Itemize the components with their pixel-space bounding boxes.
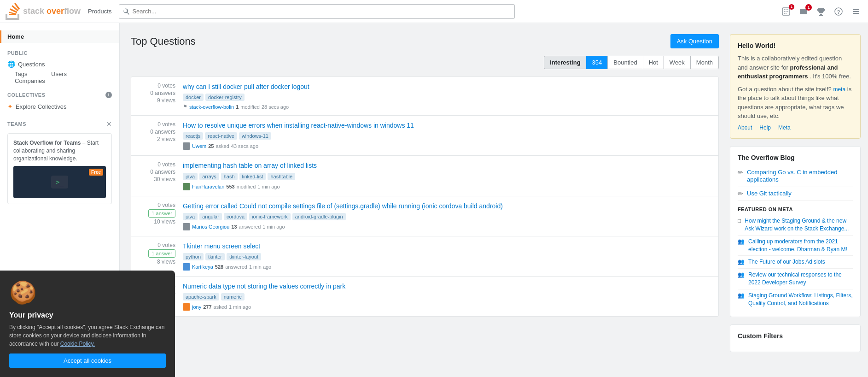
- meta-item-link[interactable]: Staging Ground Workflow: Listings, Filte…: [748, 292, 853, 307]
- pencil-icon: ✏: [738, 190, 743, 197]
- user-link[interactable]: jony: [192, 304, 201, 310]
- action-text: answered: [225, 264, 247, 270]
- accept-cookies-button[interactable]: Accept all cookies: [9, 353, 166, 368]
- question-stats: 0 votes 0 answers 30 views: [139, 161, 175, 190]
- hello-world-links: About Help Meta: [738, 124, 853, 131]
- inbox-icon[interactable]: 1: [797, 5, 810, 18]
- help-icon[interactable]: ?: [832, 5, 845, 18]
- blog-link[interactable]: Comparing Go vs. C in embedded applicati…: [747, 169, 853, 184]
- user-link[interactable]: Marios Georgiou: [192, 224, 229, 230]
- user-link[interactable]: Uwem: [192, 143, 206, 149]
- question-title[interactable]: Getting error called Could not compile s…: [183, 202, 711, 210]
- meta-item-link[interactable]: Review our technical responses to the 20…: [748, 271, 853, 287]
- user-rep: 553: [226, 184, 234, 189]
- question-body: How to resolve unique errors when instal…: [183, 121, 711, 150]
- filter-tab-bountied-count[interactable]: 354: [586, 56, 608, 69]
- blog-link[interactable]: Use Git tactically: [747, 190, 792, 198]
- filter-tab-month[interactable]: Month: [690, 56, 719, 69]
- hello-world-meta-text: Got a question about the site itself? me…: [738, 85, 853, 121]
- question-title[interactable]: Numeric data type not storing the values…: [183, 282, 711, 290]
- users-icon: 👥: [738, 238, 745, 245]
- achievements-badge: 1: [789, 4, 794, 10]
- tag[interactable]: android-gradle-plugin: [292, 213, 346, 220]
- tag[interactable]: python: [183, 253, 204, 260]
- svg-point-3: [787, 9, 788, 10]
- tag[interactable]: numeric: [221, 293, 245, 300]
- help-link[interactable]: Help: [759, 124, 771, 131]
- tag[interactable]: react-native: [205, 132, 237, 140]
- filter-tab-hot[interactable]: Hot: [643, 56, 664, 69]
- tag[interactable]: java: [183, 213, 198, 220]
- tag[interactable]: hashtable: [268, 173, 295, 180]
- tag[interactable]: linked-list: [239, 173, 266, 180]
- tag[interactable]: windows-11: [239, 132, 271, 140]
- meta-item-link[interactable]: How might the Staging Ground & the new A…: [745, 217, 853, 233]
- hello-world-text: This is a collaboratively edited questio…: [738, 54, 853, 81]
- ask-question-button[interactable]: Ask Question: [670, 34, 719, 48]
- meta-link[interactable]: meta: [833, 86, 845, 93]
- user-link[interactable]: Kartikeya: [192, 264, 213, 270]
- tag[interactable]: angular: [199, 213, 222, 220]
- question-title[interactable]: How to resolve unique errors when instal…: [183, 121, 711, 130]
- action-text: answered: [239, 224, 261, 230]
- vote-count: 0 votes: [157, 82, 175, 89]
- tag[interactable]: ionic-framework: [249, 213, 291, 220]
- collectives-info-icon[interactable]: i: [105, 92, 112, 98]
- action-text: asked: [214, 304, 227, 310]
- teams-label: TEAMS: [7, 121, 26, 127]
- question-title[interactable]: implementing hash table on array of link…: [183, 161, 711, 170]
- cookie-policy-link[interactable]: Cookie Policy.: [60, 341, 95, 347]
- table-row: 0 votes 1 answer 8 views Tkinter menu sc…: [131, 236, 718, 277]
- meta-item-link[interactable]: Calling up moderators from the 2021 elec…: [748, 238, 853, 253]
- time-text: 28 secs ago: [262, 104, 289, 110]
- view-count: 8 views: [157, 259, 175, 265]
- answer-count: 0 answers: [150, 129, 175, 135]
- sidebar-nav: Home: [0, 30, 119, 43]
- tag[interactable]: apache-spark: [183, 293, 219, 300]
- tag[interactable]: tkinter: [205, 253, 225, 260]
- sidebar-item-companies[interactable]: Companies: [0, 75, 52, 87]
- sidebar-item-home[interactable]: Home: [0, 30, 119, 43]
- tag[interactable]: tkinter-layout: [227, 253, 261, 260]
- tag[interactable]: docker: [183, 94, 204, 101]
- meta-item-link[interactable]: The Future of our Jobs Ad slots: [748, 258, 825, 266]
- achievements-icon[interactable]: 1: [780, 5, 792, 18]
- page-title: Top Questions: [131, 35, 196, 47]
- tag[interactable]: reactjs: [183, 132, 203, 140]
- hamburger-icon[interactable]: [850, 5, 862, 18]
- achievements-trophy-icon[interactable]: [815, 5, 827, 18]
- filter-tab-week[interactable]: Week: [664, 56, 690, 69]
- tag[interactable]: java: [183, 173, 198, 180]
- user-link[interactable]: HariHaravelan: [192, 184, 224, 189]
- products-link[interactable]: Products: [84, 8, 115, 15]
- sidebar-item-explore-collectives[interactable]: ✦ Explore Collectives: [0, 100, 119, 113]
- question-body: Tkinter menu screen select python tkinte…: [183, 242, 711, 271]
- question-meta: Marios Georgiou 13 answered 1 min ago: [183, 223, 711, 230]
- table-row: 0 votes 0 answers 2 views How to resolve…: [131, 116, 718, 156]
- tag[interactable]: arrays: [199, 173, 219, 180]
- overflow-blog-widget: The Overflow Blog ✏ Comparing Go vs. C i…: [730, 146, 861, 318]
- user-link[interactable]: stack-overflow-bolin: [189, 104, 234, 110]
- action-text: modified: [237, 184, 256, 189]
- so-logo[interactable]: stack overflow: [6, 3, 81, 20]
- question-meta: HariHaravelan 553 modified 1 min ago: [183, 183, 711, 190]
- question-title[interactable]: Tkinter menu screen select: [183, 242, 711, 250]
- collectives-header: COLLECTIVES i: [0, 88, 119, 100]
- square-icon: □: [738, 218, 741, 224]
- teams-close-button[interactable]: ✕: [106, 120, 112, 128]
- question-meta: Kartikeya 528 answered 1 min ago: [183, 263, 711, 271]
- search-input[interactable]: [132, 8, 511, 15]
- tag[interactable]: cordova: [224, 213, 247, 220]
- about-link[interactable]: About: [738, 124, 752, 131]
- user-rep: 13: [231, 224, 237, 230]
- meta-footer-link[interactable]: Meta: [778, 124, 791, 131]
- questions-header: Top Questions Ask Question: [131, 34, 719, 48]
- filter-tab-bountied[interactable]: Bountied: [607, 56, 642, 69]
- filter-tab-interesting[interactable]: Interesting: [544, 56, 586, 69]
- vote-count: 0 votes: [157, 161, 175, 168]
- tag[interactable]: hash: [221, 173, 238, 180]
- question-title[interactable]: why can I still docker pull after docker…: [183, 82, 711, 91]
- tag[interactable]: docker-registry: [205, 94, 245, 101]
- user-avatar: [183, 303, 190, 311]
- pencil-icon: ✏: [738, 169, 743, 176]
